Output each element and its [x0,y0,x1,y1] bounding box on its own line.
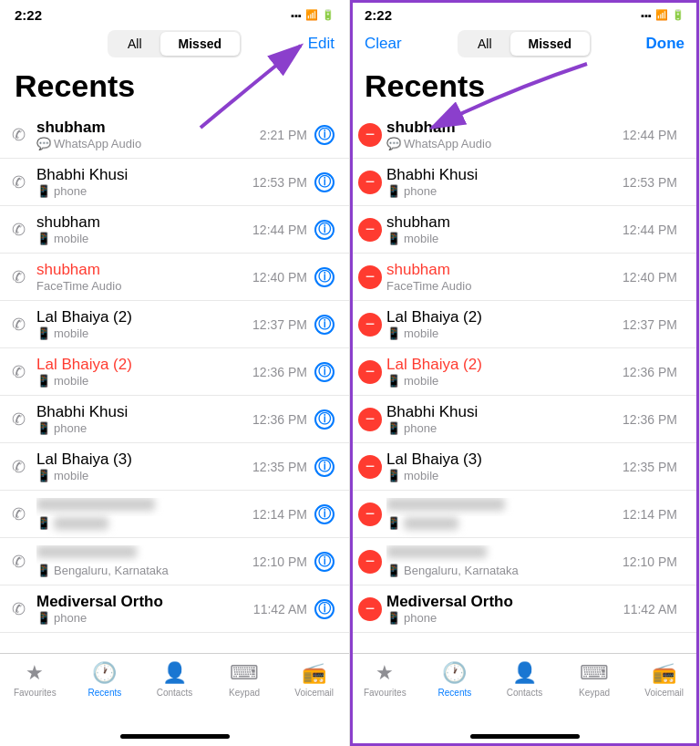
info-button[interactable]: ⓘ [314,599,335,619]
phone-icon-wrapper: ✆ [0,457,36,477]
tab-keypad-right[interactable]: ⌨ Keypad [560,661,630,698]
phone-sub-icon: 📱 [36,232,51,245]
delete-button[interactable]: − [358,218,382,242]
nav-bar-right: Clear All Missed Done [350,26,699,65]
done-button[interactable]: Done [646,35,685,53]
phone-icon-wrapper: ✆ [0,315,36,335]
tab-contacts-right[interactable]: 👤 Contacts [489,661,560,698]
table-row[interactable]: ✆ Lal Bhaiya (2) 📱 mobile 12:37 PM ⓘ [0,301,349,348]
tab-recents-right[interactable]: 🕐 Recents [420,661,490,698]
table-row[interactable]: ✆ shubham 💬 WhatsApp Audio 2:21 PM ⓘ [0,111,349,159]
table-row[interactable]: ✆ 📱 Bengaluru, Karnataka 12:10 PM ⓘ [0,538,349,585]
table-row[interactable]: ✆ Bhabhi Khusi 📱 phone 12:36 PM ⓘ [0,396,349,443]
table-row[interactable]: − Lal Bhaiya (2) 📱 mobile 12:36 PM [350,348,699,396]
tab-label: Favourites [14,688,57,698]
segment-missed-right[interactable]: Missed [510,32,590,56]
delete-button[interactable]: − [358,503,382,526]
delete-button[interactable]: − [358,313,382,337]
contact-info: Lal Bhaiya (3) 📱 mobile [36,451,252,482]
battery-icon: 🔋 [672,9,685,21]
table-row[interactable]: − Lal Bhaiya (2) 📱 mobile 12:37 PM [350,301,699,348]
segment-all-right[interactable]: All [459,32,510,56]
tab-voicemail-left[interactable]: 📻 Voicemail [279,661,349,698]
tab-keypad-left[interactable]: ⌨ Keypad [210,661,280,698]
info-button[interactable]: ⓘ [314,362,335,382]
voicemail-icon: 📻 [302,661,326,685]
tab-favourites-right[interactable]: ★ Favourites [350,661,420,698]
time-left: 2:22 [15,7,42,23]
delete-button[interactable]: − [358,455,382,479]
tab-label: Keypad [229,688,260,698]
page-title-right: Recents [350,65,699,111]
phone-icon: ✆ [12,552,26,572]
table-row[interactable]: ✆ Lal Bhaiya (2) 📱 mobile 12:36 PM ⓘ [0,348,349,396]
edit-button[interactable]: Edit [308,35,335,53]
info-button[interactable]: ⓘ [314,172,335,192]
signal-icon: ▪▪▪ [291,10,302,21]
delete-wrapper: − [350,550,386,574]
delete-wrapper: − [350,171,386,194]
phone-icon: ✆ [12,504,26,524]
delete-button[interactable]: − [358,123,382,147]
table-row[interactable]: − Mediversal Ortho 📱 phone 11:42 AM [350,585,699,633]
phone-sub-icon: 📱 [386,184,401,198]
delete-button[interactable]: − [358,550,382,574]
delete-button[interactable]: − [358,171,382,194]
contact-name: Mediversal Ortho [386,593,623,611]
tab-label: Recents [438,688,472,698]
phone-sub-icon: 📱 [386,232,401,245]
info-button[interactable]: ⓘ [314,125,335,145]
contacts-icon: 👤 [162,661,187,685]
contact-name: shubham [386,213,623,232]
table-row[interactable]: ✆ Mediversal Ortho 📱 phone 11:42 AM ⓘ [0,585,349,633]
info-button[interactable]: ⓘ [314,552,335,572]
status-icons-left: ▪▪▪ 📶 🔋 [291,9,335,21]
keypad-icon: ⌨ [230,661,259,685]
phone-icon-wrapper: ✆ [0,552,36,572]
info-button[interactable]: ⓘ [314,457,335,477]
table-row[interactable]: − shubham FaceTime Audio 12:40 PM [350,254,699,301]
table-row[interactable]: − Lal Bhaiya (3) 📱 mobile 12:35 PM [350,443,699,491]
info-button[interactable]: ⓘ [314,409,335,430]
table-row[interactable]: − 📱 Bengaluru, Karnataka 12:10 PM [350,538,699,585]
delete-button[interactable]: − [358,597,382,621]
table-row[interactable]: − Bhabhi Khusi 📱 phone 12:53 PM [350,159,699,206]
tab-label: Keypad [579,688,610,698]
contact-name: shubham [36,119,260,137]
contact-info: Bhabhi Khusi 📱 phone [386,166,623,198]
tab-favourites-left[interactable]: ★ Favourites [0,661,70,698]
table-row[interactable]: ✆ Lal Bhaiya (3) 📱 mobile 12:35 PM ⓘ [0,443,349,491]
contact-name-missed: Lal Bhaiya (2) [386,356,623,374]
table-row[interactable]: − Bhabhi Khusi 📱 phone 12:36 PM [350,396,699,443]
msg-icon: 💬 [36,137,51,150]
star-icon: ★ [376,661,394,685]
table-row[interactable]: − shubham 📱 mobile 12:44 PM [350,206,699,254]
segment-missed-left[interactable]: Missed [160,32,240,56]
table-row[interactable]: ✆ 📱 12:14 PM ⓘ [0,491,349,538]
contact-info: Lal Bhaiya (2) 📱 mobile [36,356,252,388]
table-row[interactable]: ✆ shubham 📱 mobile 12:44 PM ⓘ [0,206,349,254]
phone-icon: ✆ [12,457,26,477]
delete-button[interactable]: − [358,408,382,431]
contact-name-missed: shubham [36,261,252,279]
segment-all-left[interactable]: All [109,32,160,56]
info-button[interactable]: ⓘ [314,504,335,524]
contact-time: 12:14 PM [623,507,677,522]
contact-sub: 📱 mobile [36,326,252,340]
delete-button[interactable]: − [358,265,382,289]
table-row[interactable]: − shubham 💬 WhatsApp Audio 12:44 PM [350,111,699,159]
tab-contacts-left[interactable]: 👤 Contacts [139,661,210,698]
info-button[interactable]: ⓘ [314,267,335,287]
voicemail-icon: 📻 [652,661,676,685]
tab-recents-left[interactable]: 🕐 Recents [70,661,140,698]
delete-button[interactable]: − [358,360,382,384]
clear-button[interactable]: Clear [365,35,402,53]
table-row[interactable]: ✆ Bhabhi Khusi 📱 phone 12:53 PM ⓘ [0,159,349,206]
info-button[interactable]: ⓘ [314,220,335,240]
phone-icon: ✆ [12,125,26,145]
table-row[interactable]: − 📱 12:14 PM [350,491,699,538]
tab-voicemail-right[interactable]: 📻 Voicemail [629,661,699,698]
table-row[interactable]: ✆ shubham FaceTime Audio 12:40 PM ⓘ [0,254,349,301]
info-button[interactable]: ⓘ [314,315,335,335]
contact-info: Mediversal Ortho 📱 phone [386,593,623,625]
